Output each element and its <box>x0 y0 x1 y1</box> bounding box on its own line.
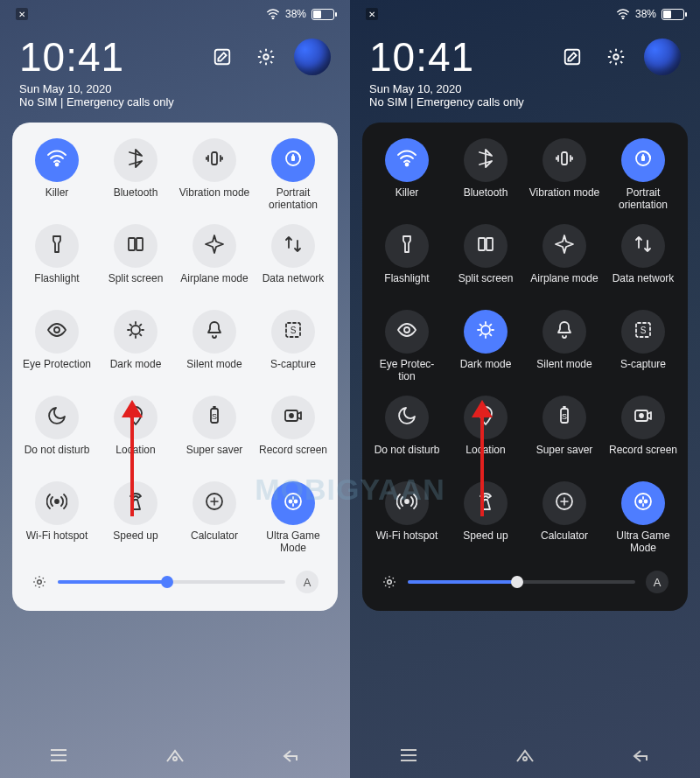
scapture-icon[interactable]: S <box>621 310 665 354</box>
vibration-icon[interactable] <box>542 138 586 182</box>
eye-icon[interactable] <box>35 310 79 354</box>
darkmode-icon[interactable] <box>464 310 508 354</box>
tile-darkmode[interactable]: Dark mode <box>446 310 525 383</box>
settings-button[interactable] <box>250 41 282 73</box>
svg-point-20 <box>285 494 301 509</box>
tile-game[interactable]: Ultra Game Mode <box>254 481 332 555</box>
qs-panel: KillerBluetoothVibration modePortrait or… <box>362 123 688 611</box>
tile-airplane[interactable]: Airplane mode <box>525 224 604 298</box>
svg-text:S: S <box>212 412 217 421</box>
flashlight-icon[interactable] <box>385 224 429 268</box>
bluetooth-icon[interactable] <box>464 138 508 182</box>
split-icon[interactable] <box>114 224 158 268</box>
assistant-orb[interactable] <box>294 39 331 75</box>
eye-icon[interactable] <box>385 310 429 354</box>
tile-label: Silent mode <box>186 359 242 383</box>
auto-brightness-button[interactable]: A <box>296 571 318 593</box>
brightness-slider[interactable] <box>408 580 635 584</box>
settings-button[interactable] <box>600 41 632 73</box>
nav-back[interactable] <box>274 738 309 773</box>
tile-scapture[interactable]: SS-capture <box>254 310 332 383</box>
tile-calculator[interactable]: Calculator <box>175 481 254 555</box>
tile-record[interactable]: Record screen <box>604 396 682 469</box>
brightness-thumb[interactable] <box>161 576 173 588</box>
airplane-icon[interactable] <box>542 224 586 268</box>
tile-split[interactable]: Split screen <box>446 224 525 298</box>
bluetooth-icon[interactable] <box>114 138 158 182</box>
tile-flashlight[interactable]: Flashlight <box>18 224 96 298</box>
tile-speedup[interactable]: Speed up <box>446 481 525 555</box>
speedup-icon[interactable] <box>114 481 158 525</box>
tile-label: Speed up <box>463 530 508 555</box>
silent-icon[interactable] <box>542 310 586 354</box>
tile-wifi[interactable]: Killer <box>18 138 96 212</box>
brightness-thumb[interactable] <box>511 576 523 588</box>
calculator-icon[interactable] <box>542 481 586 525</box>
assistant-orb[interactable] <box>644 39 681 75</box>
tile-portrait[interactable]: Portrait orientation <box>604 138 682 212</box>
supersaver-icon[interactable]: S <box>192 396 236 439</box>
airplane-icon[interactable] <box>192 224 236 268</box>
scapture-icon[interactable]: S <box>271 310 315 354</box>
tile-airplane[interactable]: Airplane mode <box>175 224 254 298</box>
tile-vibration[interactable]: Vibration mode <box>525 138 604 212</box>
hotspot-icon[interactable] <box>385 481 429 525</box>
hotspot-icon[interactable] <box>35 481 79 525</box>
nav-home[interactable] <box>158 738 192 773</box>
nav-home[interactable] <box>508 738 542 773</box>
brightness-slider[interactable] <box>58 580 285 584</box>
tile-vibration[interactable]: Vibration mode <box>175 138 254 212</box>
edit-button[interactable] <box>206 41 238 73</box>
tile-wifi[interactable]: Killer <box>368 138 446 212</box>
nav-recents[interactable] <box>41 738 76 773</box>
nav-back[interactable] <box>624 738 659 773</box>
flashlight-icon[interactable] <box>35 224 79 268</box>
auto-brightness-button[interactable]: A <box>646 571 668 593</box>
wifi-icon[interactable] <box>35 138 79 182</box>
vibration-icon[interactable] <box>192 138 236 182</box>
tile-silent[interactable]: Silent mode <box>525 310 604 383</box>
brightness-low-icon <box>32 574 47 590</box>
tile-darkmode[interactable]: Dark mode <box>96 310 175 383</box>
tile-data[interactable]: Data network <box>604 224 682 298</box>
tile-dnd[interactable]: Do not disturb <box>18 396 96 469</box>
portrait-icon[interactable] <box>621 138 665 182</box>
portrait-icon[interactable] <box>271 138 315 182</box>
tile-supersaver[interactable]: SSuper saver <box>525 396 604 469</box>
tile-scapture[interactable]: SS-capture <box>604 310 682 383</box>
dnd-icon[interactable] <box>385 396 429 439</box>
tile-record[interactable]: Record screen <box>254 396 332 469</box>
tile-silent[interactable]: Silent mode <box>175 310 254 383</box>
wifi-icon[interactable] <box>385 138 429 182</box>
game-icon[interactable] <box>271 481 315 525</box>
record-icon[interactable] <box>621 396 665 439</box>
tile-dnd[interactable]: Do not disturb <box>368 396 446 469</box>
speedup-icon[interactable] <box>464 481 508 525</box>
tile-speedup[interactable]: Speed up <box>96 481 175 555</box>
tile-split[interactable]: Split screen <box>96 224 175 298</box>
tile-bluetooth[interactable]: Bluetooth <box>96 138 175 212</box>
data-icon[interactable] <box>621 224 665 268</box>
supersaver-icon[interactable]: S <box>542 396 586 439</box>
game-icon[interactable] <box>621 481 665 525</box>
darkmode-icon[interactable] <box>114 310 158 354</box>
tile-hotspot[interactable]: Wi-Fi hotspot <box>18 481 96 555</box>
tile-portrait[interactable]: Portrait orientation <box>254 138 332 212</box>
edit-button[interactable] <box>556 41 588 73</box>
tile-supersaver[interactable]: SSuper saver <box>175 396 254 469</box>
tile-flashlight[interactable]: Flashlight <box>368 224 446 298</box>
tile-game[interactable]: Ultra Game Mode <box>604 481 682 555</box>
split-icon[interactable] <box>464 224 508 268</box>
tile-hotspot[interactable]: Wi-Fi hotspot <box>368 481 446 555</box>
silent-icon[interactable] <box>192 310 236 354</box>
tile-bluetooth[interactable]: Bluetooth <box>446 138 525 212</box>
calculator-icon[interactable] <box>192 481 236 525</box>
data-icon[interactable] <box>271 224 315 268</box>
tile-data[interactable]: Data network <box>254 224 332 298</box>
nav-recents[interactable] <box>391 738 426 773</box>
tile-calculator[interactable]: Calculator <box>525 481 604 555</box>
dnd-icon[interactable] <box>35 396 79 439</box>
tile-eye[interactable]: Eye Protection <box>18 310 96 383</box>
tile-eye[interactable]: Eye Protec- tion <box>368 310 446 383</box>
record-icon[interactable] <box>271 396 315 439</box>
